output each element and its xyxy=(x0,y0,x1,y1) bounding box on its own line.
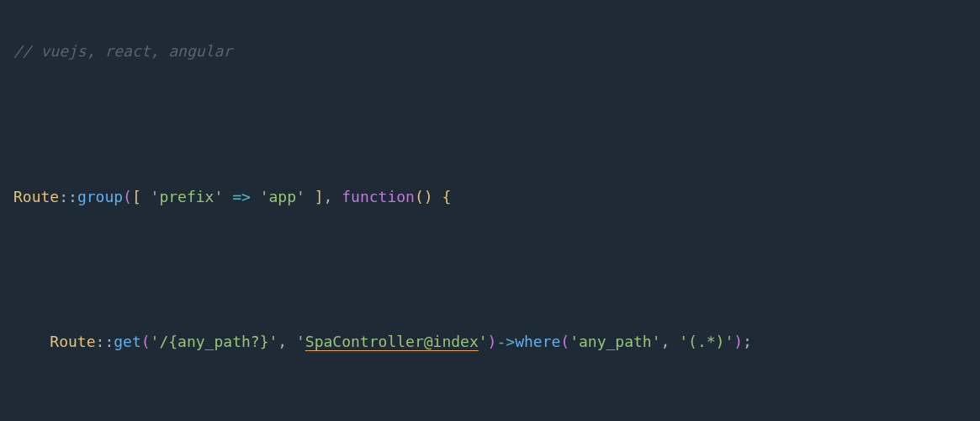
function-keyword: function xyxy=(342,188,415,205)
prefix-key: 'prefix' xyxy=(151,188,224,205)
comma: , xyxy=(324,188,342,205)
route-class: Route xyxy=(13,188,59,205)
comma: , xyxy=(278,333,296,350)
bracket-close: ] xyxy=(305,188,324,205)
quote: ' xyxy=(296,333,305,350)
quote: ' xyxy=(479,333,488,350)
comment-line: // vuejs, react, angular xyxy=(13,42,232,60)
regex-arg: '(.*)' xyxy=(679,333,734,350)
bracket-open: [ xyxy=(132,188,151,205)
code-editor[interactable]: // vuejs, react, angular Route::group([ … xyxy=(13,15,967,421)
where-key: 'any_path' xyxy=(569,333,660,350)
path-arg: '/{any_path?}' xyxy=(151,333,278,350)
paren-open: ( xyxy=(123,188,132,205)
scope-operator: :: xyxy=(96,333,114,350)
get-method: get xyxy=(114,333,141,350)
comma: , xyxy=(661,333,680,350)
paren-open: ( xyxy=(141,333,151,350)
arrow-op: -> xyxy=(496,333,515,350)
where-method: where xyxy=(515,333,560,350)
controller-arg: SpaController@index xyxy=(305,333,479,350)
paren-close: ) xyxy=(734,333,743,350)
arrow-op: => xyxy=(223,188,259,205)
group-method: group xyxy=(77,188,123,205)
semicolon: ; xyxy=(743,333,752,350)
fn-parens: () xyxy=(415,188,433,205)
paren-open: ( xyxy=(560,333,569,350)
brace-open: { xyxy=(433,188,452,205)
paren-close: ) xyxy=(488,333,497,350)
route-class: Route xyxy=(50,333,95,350)
scope-operator: :: xyxy=(59,188,77,205)
app-value: 'app' xyxy=(260,188,305,205)
